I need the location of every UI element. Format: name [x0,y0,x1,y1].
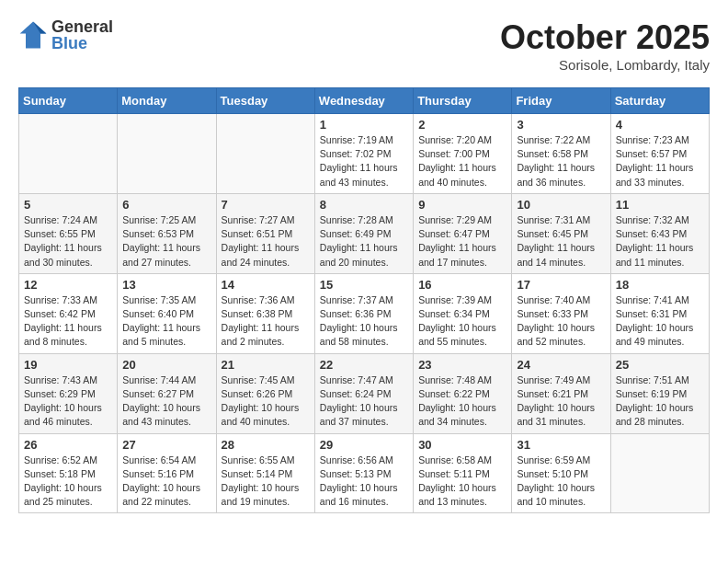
day-info: Sunrise: 7:22 AMSunset: 6:58 PMDaylight:… [517,133,605,190]
calendar-cell: 21Sunrise: 7:45 AMSunset: 6:26 PMDayligh… [216,353,314,433]
calendar-cell: 29Sunrise: 6:56 AMSunset: 5:13 PMDayligh… [314,433,413,513]
day-number: 28 [222,438,310,452]
calendar-cell: 19Sunrise: 7:43 AMSunset: 6:29 PMDayligh… [19,353,118,433]
day-number: 13 [122,278,210,292]
day-info: Sunrise: 7:51 AMSunset: 6:19 PMDaylight:… [616,373,704,430]
calendar-table: Sunday Monday Tuesday Wednesday Thursday… [18,87,710,513]
day-info: Sunrise: 6:52 AMSunset: 5:18 PMDaylight:… [24,454,112,510]
calendar-cell: 14Sunrise: 7:36 AMSunset: 6:38 PMDayligh… [216,273,314,353]
day-info: Sunrise: 7:45 AMSunset: 6:26 PMDaylight:… [222,373,310,430]
header-monday: Monday [118,88,216,114]
calendar-cell: 4Sunrise: 7:23 AMSunset: 6:57 PMDaylight… [610,114,709,194]
day-number: 5 [24,198,112,212]
calendar-cell: 12Sunrise: 7:33 AMSunset: 6:42 PMDayligh… [19,273,118,353]
day-info: Sunrise: 6:58 AMSunset: 5:11 PMDaylight:… [418,454,506,510]
calendar-cell: 25Sunrise: 7:51 AMSunset: 6:19 PMDayligh… [610,353,709,433]
calendar-cell: 2Sunrise: 7:20 AMSunset: 7:00 PMDaylight… [414,114,512,194]
day-info: Sunrise: 7:37 AMSunset: 6:36 PMDaylight:… [320,293,408,350]
header-wednesday: Wednesday [314,88,413,114]
day-info: Sunrise: 7:47 AMSunset: 6:24 PMDaylight:… [320,373,408,430]
day-info: Sunrise: 7:27 AMSunset: 6:51 PMDaylight:… [222,213,310,270]
logo-general-text: General [51,18,113,35]
logo-text: General Blue [51,18,113,52]
day-info: Sunrise: 7:25 AMSunset: 6:53 PMDaylight:… [122,213,210,270]
calendar-cell: 13Sunrise: 7:35 AMSunset: 6:40 PMDayligh… [118,273,216,353]
calendar-week-5: 26Sunrise: 6:52 AMSunset: 5:18 PMDayligh… [19,433,710,513]
day-number: 30 [418,438,506,452]
day-number: 21 [222,358,310,372]
day-info: Sunrise: 7:23 AMSunset: 6:57 PMDaylight:… [616,133,704,190]
calendar-week-2: 5Sunrise: 7:24 AMSunset: 6:55 PMDaylight… [19,193,710,273]
day-info: Sunrise: 7:39 AMSunset: 6:34 PMDaylight:… [418,293,506,350]
calendar-cell: 9Sunrise: 7:29 AMSunset: 6:47 PMDaylight… [414,193,512,273]
day-info: Sunrise: 7:44 AMSunset: 6:27 PMDaylight:… [122,373,210,430]
day-number: 26 [24,438,112,452]
day-info: Sunrise: 7:33 AMSunset: 6:42 PMDaylight:… [24,293,112,350]
calendar-week-1: 1Sunrise: 7:19 AMSunset: 7:02 PMDaylight… [19,114,710,194]
calendar-cell: 17Sunrise: 7:40 AMSunset: 6:33 PMDayligh… [512,273,610,353]
header-sunday: Sunday [19,88,118,114]
day-number: 7 [222,198,310,212]
calendar-cell: 6Sunrise: 7:25 AMSunset: 6:53 PMDaylight… [118,193,216,273]
calendar-week-4: 19Sunrise: 7:43 AMSunset: 6:29 PMDayligh… [19,353,710,433]
header-row: Sunday Monday Tuesday Wednesday Thursday… [19,88,710,114]
calendar-cell: 28Sunrise: 6:55 AMSunset: 5:14 PMDayligh… [216,433,314,513]
day-info: Sunrise: 7:41 AMSunset: 6:31 PMDaylight:… [616,293,704,350]
calendar-body: 1Sunrise: 7:19 AMSunset: 7:02 PMDaylight… [19,114,710,513]
day-number: 8 [320,198,408,212]
day-info: Sunrise: 7:48 AMSunset: 6:22 PMDaylight:… [418,373,506,430]
day-info: Sunrise: 7:43 AMSunset: 6:29 PMDaylight:… [24,373,112,430]
day-info: Sunrise: 7:32 AMSunset: 6:43 PMDaylight:… [616,213,704,270]
day-number: 16 [418,278,506,292]
day-info: Sunrise: 7:24 AMSunset: 6:55 PMDaylight:… [24,213,112,270]
day-number: 31 [517,438,605,452]
day-number: 15 [320,278,408,292]
calendar-cell [118,114,216,194]
day-number: 12 [24,278,112,292]
calendar-cell: 27Sunrise: 6:54 AMSunset: 5:16 PMDayligh… [118,433,216,513]
day-info: Sunrise: 7:36 AMSunset: 6:38 PMDaylight:… [222,293,310,350]
day-number: 19 [24,358,112,372]
day-info: Sunrise: 7:35 AMSunset: 6:40 PMDaylight:… [122,293,210,350]
title-area: October 2025 Sorisole, Lombardy, Italy [500,18,710,73]
calendar-cell: 30Sunrise: 6:58 AMSunset: 5:11 PMDayligh… [414,433,512,513]
day-number: 6 [122,198,210,212]
logo: General Blue [18,18,113,52]
location-text: Sorisole, Lombardy, Italy [500,57,710,73]
calendar-cell: 8Sunrise: 7:28 AMSunset: 6:49 PMDaylight… [314,193,413,273]
calendar-week-3: 12Sunrise: 7:33 AMSunset: 6:42 PMDayligh… [19,273,710,353]
day-number: 23 [418,358,506,372]
header-tuesday: Tuesday [216,88,314,114]
day-number: 17 [517,278,605,292]
day-info: Sunrise: 7:49 AMSunset: 6:21 PMDaylight:… [517,373,605,430]
day-number: 20 [122,358,210,372]
month-title: October 2025 [500,18,710,57]
header-saturday: Saturday [610,88,709,114]
day-number: 18 [616,278,704,292]
day-number: 24 [517,358,605,372]
calendar-cell [610,433,709,513]
day-number: 10 [517,198,605,212]
day-info: Sunrise: 6:59 AMSunset: 5:10 PMDaylight:… [517,454,605,510]
day-number: 27 [122,438,210,452]
day-number: 22 [320,358,408,372]
day-info: Sunrise: 7:19 AMSunset: 7:02 PMDaylight:… [320,133,408,190]
calendar-cell: 5Sunrise: 7:24 AMSunset: 6:55 PMDaylight… [19,193,118,273]
calendar-cell: 26Sunrise: 6:52 AMSunset: 5:18 PMDayligh… [19,433,118,513]
day-info: Sunrise: 7:29 AMSunset: 6:47 PMDaylight:… [418,213,506,270]
day-info: Sunrise: 6:56 AMSunset: 5:13 PMDaylight:… [320,454,408,510]
calendar-cell: 11Sunrise: 7:32 AMSunset: 6:43 PMDayligh… [610,193,709,273]
calendar-cell: 22Sunrise: 7:47 AMSunset: 6:24 PMDayligh… [314,353,413,433]
calendar-cell: 7Sunrise: 7:27 AMSunset: 6:51 PMDaylight… [216,193,314,273]
day-number: 3 [517,118,605,132]
logo-blue-text: Blue [51,35,113,52]
calendar-cell: 1Sunrise: 7:19 AMSunset: 7:02 PMDaylight… [314,114,413,194]
calendar-cell: 3Sunrise: 7:22 AMSunset: 6:58 PMDaylight… [512,114,610,194]
calendar-header: Sunday Monday Tuesday Wednesday Thursday… [19,88,710,114]
header-friday: Friday [512,88,610,114]
day-number: 29 [320,438,408,452]
day-info: Sunrise: 7:40 AMSunset: 6:33 PMDaylight:… [517,293,605,350]
header-thursday: Thursday [414,88,512,114]
day-info: Sunrise: 7:20 AMSunset: 7:00 PMDaylight:… [418,133,506,190]
calendar-cell: 23Sunrise: 7:48 AMSunset: 6:22 PMDayligh… [414,353,512,433]
